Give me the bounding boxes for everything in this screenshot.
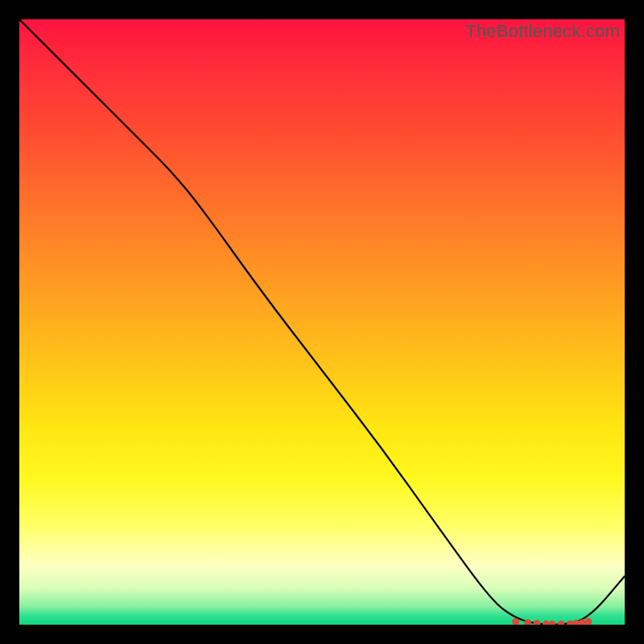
chart-overlay <box>19 19 625 625</box>
marker-dot <box>584 618 592 625</box>
plot-area: TheBottleneck.com <box>19 19 625 625</box>
marker-dot <box>548 621 555 625</box>
chart-frame: TheBottleneck.com <box>0 0 644 644</box>
line-series <box>19 19 625 625</box>
curve-path <box>19 19 625 625</box>
marker-dot <box>558 621 565 625</box>
marker-dot <box>533 620 540 625</box>
